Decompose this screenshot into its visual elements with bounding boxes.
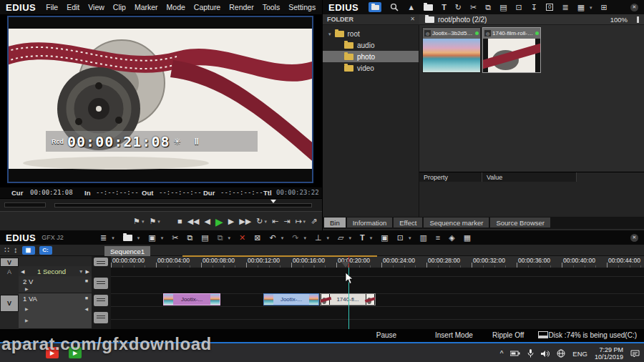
shuttle-box[interactable] [4, 202, 46, 207]
set-out-button[interactable]: ⚑ [149, 217, 156, 225]
track-expand-icon[interactable]: ▶ [25, 318, 29, 323]
trim-mode-icon[interactable]: ▱ [338, 234, 343, 242]
list-view-icon[interactable]: ≣ [562, 4, 568, 11]
mixer-icon[interactable]: ≡ [436, 234, 440, 242]
thumbnail-view-icon[interactable]: ▦ [577, 4, 585, 11]
fast-forward-button[interactable]: ▶▶ [239, 217, 251, 225]
goto-caret-icon[interactable]: ▾ [303, 219, 306, 224]
speaker-icon[interactable] [541, 350, 550, 358]
undo-icon[interactable]: ↶ [269, 234, 275, 242]
caret-icon[interactable]: ▾ [409, 235, 411, 240]
select-range-icon[interactable]: ⊠ [254, 234, 260, 242]
export-button[interactable]: ⇗ [311, 217, 317, 225]
menu-file[interactable]: File [42, 3, 62, 11]
menu-clip[interactable]: Clip [109, 3, 130, 11]
goto-button[interactable]: ↦ [295, 217, 301, 225]
cut-icon[interactable]: ✂ [470, 4, 477, 11]
track-header-1va[interactable]: 1 VA ■ ▶ ◀ ▶ [19, 293, 92, 329]
caret-icon[interactable]: ▾ [303, 235, 306, 240]
track-layers-icon[interactable]: ≣ [100, 234, 107, 242]
track-mute-icon[interactable]: ■ [85, 295, 88, 300]
add-title-icon[interactable]: T [441, 4, 447, 11]
tree-item-video[interactable]: video [323, 62, 419, 74]
timeline-close-button[interactable]: ✕ [630, 234, 638, 242]
clock[interactable]: 7:29 PM 10/1/2019 [595, 346, 623, 361]
search-icon[interactable] [390, 3, 399, 11]
value-column-header[interactable]: Value [482, 172, 577, 182]
window-layout-icon[interactable] [538, 331, 548, 338]
property-column-header[interactable]: Property [419, 172, 482, 182]
scale-dropdown-icon[interactable]: ▼ [79, 269, 84, 274]
prev-frame-button[interactable]: ◀ [205, 217, 210, 225]
scale-right-icon[interactable]: ▶ [86, 269, 89, 274]
folder-panel-close-icon[interactable]: ✕ [410, 16, 415, 22]
track-header-2v[interactable]: 2 V ■ ▶ [19, 276, 92, 293]
delete-icon[interactable]: ✕ [239, 234, 245, 242]
video-mute-button[interactable]: V [0, 258, 19, 267]
tray-expand-icon[interactable]: ^ [500, 350, 504, 358]
cut-icon[interactable]: ✂ [172, 234, 178, 242]
redo-icon[interactable]: ↷ [292, 234, 298, 242]
caret-icon[interactable]: ▾ [327, 235, 330, 240]
track-expand-icon[interactable]: ▶ [25, 306, 29, 311]
export-icon[interactable]: ⊡ [397, 234, 404, 242]
stop-button[interactable]: ■ [177, 217, 182, 225]
open-project-icon[interactable] [123, 235, 132, 241]
copy-icon[interactable]: ⧉ [187, 234, 192, 242]
caret-icon[interactable]: ▾ [349, 235, 352, 240]
notification-icon[interactable] [630, 350, 640, 358]
speaker-icon[interactable]: ◀ [84, 306, 88, 311]
set-in-caret-icon[interactable]: ▾ [142, 219, 145, 224]
position-track[interactable] [54, 203, 312, 207]
paste-icon[interactable]: ▤ [201, 234, 208, 242]
patch-button[interactable] [94, 295, 108, 306]
add-to-timeline-icon[interactable]: ↧ [531, 4, 537, 11]
next-frame-button[interactable]: ▶ [228, 217, 234, 225]
goto-out-button[interactable]: ⇥ [283, 217, 290, 225]
keyboard-icon[interactable]: ▦ [464, 234, 471, 242]
menu-tools[interactable]: Tools [258, 3, 285, 11]
caret-icon[interactable]: ▾ [112, 235, 114, 240]
track-patch-icon[interactable]: ∷ [4, 246, 9, 254]
menu-edit[interactable]: Edit [62, 3, 84, 11]
position-marker[interactable] [270, 200, 276, 203]
audio-mute-button[interactable]: A [0, 267, 19, 276]
goto-in-button[interactable]: ⇤ [272, 217, 278, 225]
add-cut-point-icon[interactable]: ⊥ [315, 234, 322, 242]
frames-view-button[interactable]: ▦ [22, 246, 35, 255]
preview-viewer[interactable]: Rcd 00:00:21:08 ✳ ‖ [0, 14, 322, 187]
tree-item-audio[interactable]: audio [323, 39, 419, 51]
bin-folder-toggle-button[interactable] [369, 2, 381, 12]
caret-icon[interactable]: ▾ [281, 235, 284, 240]
timeline-ruler[interactable]: 00:00:00:00 00:00:04:00 00:00:08:00 00:0… [111, 256, 644, 268]
patch-button[interactable] [94, 278, 108, 289]
tree-item-photo[interactable]: photo [323, 51, 419, 62]
tree-item-root[interactable]: ▾ root [323, 28, 419, 39]
playhead-marker[interactable] [341, 262, 350, 268]
track-expand-icon[interactable]: ▶ [25, 286, 29, 291]
view-caret-icon[interactable]: ▾ [590, 5, 592, 10]
patch-button[interactable] [94, 312, 108, 323]
ripple-mode-indicator[interactable]: Ripple Off [492, 331, 524, 339]
caret-icon[interactable]: ▾ [370, 235, 373, 240]
up-folder-icon[interactable]: ▲ [407, 4, 415, 11]
timeline-track-area[interactable]: Jootix-... Jootix-... 1740-fi... [111, 268, 644, 329]
caret-icon[interactable]: ▾ [137, 235, 140, 240]
timescale-selector[interactable]: ◀ 1 Second ▼ ▶ [19, 266, 92, 276]
paste-icon[interactable]: ▤ [499, 4, 507, 11]
drive-button[interactable]: C: [39, 246, 52, 255]
play-button[interactable]: ▶ [215, 217, 223, 227]
rewind-button[interactable]: ◀◀ [187, 217, 200, 225]
patch-button[interactable] [94, 258, 108, 266]
menu-settings[interactable]: Settings [284, 3, 320, 11]
sequence-tab[interactable]: Sequence1 [104, 246, 150, 256]
scale-left-icon[interactable]: ◀ [21, 269, 24, 274]
toolbox-icon[interactable]: ⊞ [601, 4, 608, 11]
set-out-caret-icon[interactable]: ▾ [157, 219, 160, 224]
voiceover-icon[interactable]: ▣ [381, 234, 388, 242]
timeline-clip-jootix-2[interactable]: Jootix-... [263, 293, 319, 305]
menu-marker[interactable]: Marker [130, 3, 162, 11]
bin-close-button[interactable]: ✕ [630, 4, 638, 11]
send-to-player-icon[interactable]: ⊡ [516, 4, 522, 11]
caret-icon[interactable]: ▾ [161, 235, 164, 240]
